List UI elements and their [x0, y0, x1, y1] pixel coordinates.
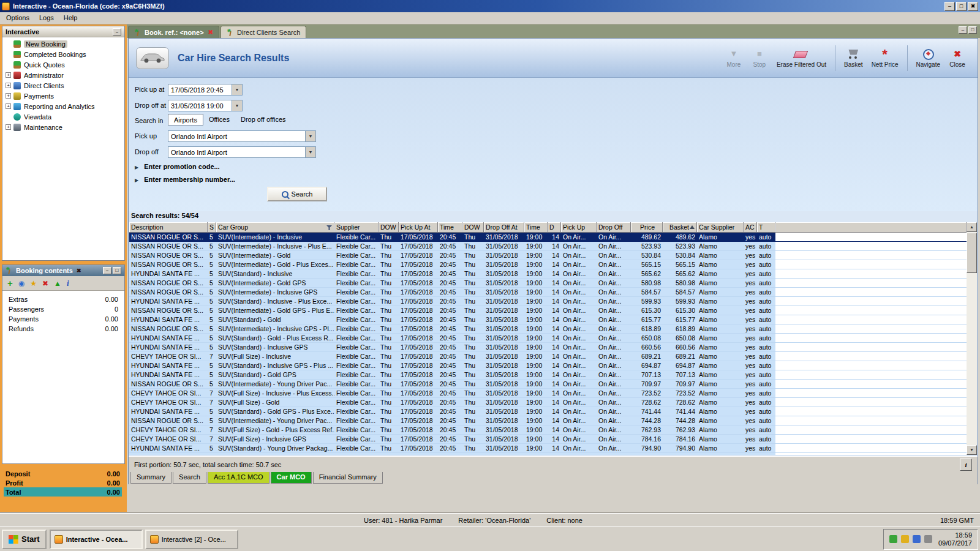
- column-header-pick-up-at-5[interactable]: Pick Up At: [399, 222, 438, 233]
- sidebar-item-new-booking[interactable]: New Booking: [2, 39, 124, 49]
- mdi-minimize-icon[interactable]: –: [959, 26, 967, 34]
- searchin-tab-offices[interactable]: Offices: [203, 114, 235, 126]
- scroll-up-icon[interactable]: ▲: [967, 222, 977, 232]
- dropdown-icon[interactable]: ▼: [305, 131, 315, 141]
- table-row[interactable]: HYUNDAI SANTA FE ...5SUV(Standard) - Gol…: [129, 334, 967, 343]
- dropoff-combo[interactable]: Orlando Intl Airport ▼: [168, 146, 316, 158]
- panel-collapse-icon[interactable]: –: [113, 28, 121, 36]
- dropdown-icon[interactable]: ▼: [305, 147, 315, 157]
- navigate-button[interactable]: Navigate: [912, 47, 944, 69]
- table-row[interactable]: HYUNDAI SANTA FE ...5SUV(Standard) - Inc…: [129, 297, 967, 306]
- bottom-tab-search[interactable]: Search: [173, 472, 206, 484]
- bottom-tab-financial-summary[interactable]: Financial Summary: [313, 472, 383, 484]
- table-row[interactable]: HYUNDAI SANTA FE ...5SUV(Standard) - Gol…: [129, 315, 967, 324]
- dropoff-at-field[interactable]: 31/05/2018 19:00 ▼: [168, 100, 243, 111]
- add-icon[interactable]: +: [7, 280, 13, 287]
- table-row[interactable]: HYUNDAI SANTA FE ...5SUV(Standard) - Inc…: [129, 343, 967, 352]
- column-header-supplier-3[interactable]: Supplier: [334, 222, 379, 233]
- sidebar-item-payments[interactable]: +Payments: [2, 91, 124, 101]
- table-row[interactable]: CHEVY TAHOE OR SI...7SUV(Full Size) - In…: [129, 435, 967, 444]
- tray-icon[interactable]: [913, 535, 921, 543]
- start-button[interactable]: Start: [2, 530, 47, 549]
- menu-help[interactable]: Help: [59, 12, 83, 24]
- mdi-restore-icon[interactable]: □: [968, 26, 977, 34]
- sidebar-item-reporting-and-analytics[interactable]: +Reporting and Analytics: [2, 101, 124, 111]
- table-row[interactable]: NISSAN ROGUE OR S...5SUV(Intermediate) -…: [129, 416, 967, 425]
- tray-icon[interactable]: [924, 535, 932, 543]
- tab-close-icon[interactable]: ✖: [208, 29, 213, 36]
- table-row[interactable]: NISSAN ROGUE OR S...5SUV(Intermediate) -…: [129, 260, 967, 269]
- scroll-thumb[interactable]: [967, 233, 977, 273]
- tree-expand-icon[interactable]: +: [6, 124, 11, 130]
- star-icon[interactable]: ★: [30, 280, 37, 287]
- filter-icon[interactable]: [326, 225, 332, 230]
- column-header-basket-14[interactable]: Basket: [663, 222, 697, 233]
- sidebar-item-completed-bookings[interactable]: Completed Bookings: [2, 49, 124, 59]
- tree-expand-icon[interactable]: +: [6, 72, 11, 78]
- tree-expand-icon[interactable]: +: [6, 83, 11, 88]
- table-row[interactable]: CHEVY TAHOE OR SI...7SUV(Full Size) - Go…: [129, 398, 967, 407]
- sidebar-item-direct-clients[interactable]: +Direct Clients: [2, 80, 124, 91]
- tree-expand-icon[interactable]: +: [6, 103, 11, 109]
- sidebar-item-maintenance[interactable]: +Maintenance: [2, 122, 124, 132]
- table-row[interactable]: NISSAN ROGUE OR S...5SUV(Intermediate) -…: [129, 242, 967, 251]
- table-row[interactable]: CHEVY TAHOE OR SI...7SUV(Full Size) - Go…: [129, 425, 967, 435]
- membership-number-expander[interactable]: ▶ Enter membership number...: [135, 176, 235, 183]
- sidebar-item-quick-quotes[interactable]: Quick Quotes: [2, 59, 124, 70]
- tree-expand-icon[interactable]: +: [6, 93, 11, 99]
- column-header-car-supplier-15[interactable]: Car Supplier: [697, 222, 744, 233]
- table-row[interactable]: HYUNDAI SANTA FE ...5SUV(Standard) - Gol…: [129, 370, 967, 380]
- table-row[interactable]: CHEVY TAHOE OR SI...7SUV(Full Size) - In…: [129, 352, 967, 361]
- table-row[interactable]: HYUNDAI SANTA FE ...5SUV(Standard) - You…: [129, 444, 967, 453]
- table-row[interactable]: NISSAN ROGUE OR S...5SUV(Intermediate) -…: [129, 233, 967, 242]
- close-button[interactable]: ✖Close: [944, 47, 970, 69]
- bottom-tab-car-mco[interactable]: Car MCO: [271, 472, 312, 484]
- bottom-tab-acc-1a-1c-mco[interactable]: Acc 1A,1C MCO: [208, 472, 270, 484]
- table-row[interactable]: NISSAN ROGUE OR S...5SUV(Intermediate) -…: [129, 306, 967, 315]
- info-icon[interactable]: i: [67, 280, 69, 287]
- info-button[interactable]: i: [960, 459, 972, 471]
- column-header-dow-4[interactable]: DOW: [379, 222, 399, 233]
- promotion-code-expander[interactable]: ▶ Enter promotion code...: [135, 163, 220, 170]
- column-header-time-6[interactable]: Time: [438, 222, 462, 233]
- column-header-description-0[interactable]: Description: [129, 222, 208, 233]
- column-header-drop-off-12[interactable]: Drop Off: [597, 222, 631, 233]
- vertical-scrollbar[interactable]: ▲ ▼: [967, 222, 977, 455]
- tab-direct-clients-search[interactable]: Direct Clients Search: [221, 26, 306, 38]
- booking-minimize-icon[interactable]: –: [103, 267, 111, 274]
- dropdown-icon[interactable]: ▼: [232, 100, 242, 111]
- minimize-button[interactable]: –: [944, 2, 955, 11]
- taskbar-button-2[interactable]: Interactive [2] - Oce...: [145, 530, 238, 549]
- sidebar-item-administrator[interactable]: +Administrator: [2, 70, 124, 80]
- table-row[interactable]: HYUNDAI SANTA FE ...5SUV(Standard) - Gol…: [129, 407, 967, 416]
- column-header-time-9[interactable]: Time: [524, 222, 548, 233]
- export-icon[interactable]: ▲: [54, 280, 61, 287]
- menu-logs[interactable]: Logs: [34, 12, 59, 24]
- table-row[interactable]: HYUNDAI SANTA FE ...5SUV(Standard) - Inc…: [129, 269, 967, 279]
- basket-button[interactable]: Basket: [840, 47, 867, 69]
- close-button[interactable]: ✖: [968, 2, 978, 11]
- column-header-t-17[interactable]: T: [757, 222, 775, 233]
- maximize-button[interactable]: □: [956, 2, 967, 11]
- column-header-dow-7[interactable]: DOW: [462, 222, 484, 233]
- tray-icon[interactable]: [889, 535, 897, 543]
- column-header-car-group-2[interactable]: Car Group: [216, 222, 334, 233]
- menu-options[interactable]: Options: [1, 12, 34, 24]
- pickup-combo[interactable]: Orlando Intl Airport ▼: [168, 130, 316, 142]
- scroll-down-icon[interactable]: ▼: [967, 445, 977, 455]
- table-row[interactable]: NISSAN ROGUE OR S...5SUV(Intermediate) -…: [129, 279, 967, 288]
- table-row[interactable]: NISSAN ROGUE OR S...5SUV(Intermediate) -…: [129, 288, 967, 297]
- searchin-tab-drop-off-offices[interactable]: Drop off offices: [235, 114, 292, 126]
- column-header-pick-up-11[interactable]: Pick Up: [561, 222, 597, 233]
- tray-icon[interactable]: [901, 535, 909, 543]
- table-row[interactable]: CHEVY TAHOE OR SI...7SUV(Full Size) - In…: [129, 453, 967, 455]
- search-button[interactable]: Search: [267, 187, 327, 201]
- tab-book-ref-none[interactable]: Book. ref.: <none>✖: [128, 26, 219, 38]
- bottom-tab-summary[interactable]: Summary: [130, 472, 172, 484]
- dropdown-icon[interactable]: ▼: [232, 84, 242, 95]
- searchin-tab-airports[interactable]: Airports: [168, 114, 203, 126]
- nett-price-button[interactable]: *Nett Price: [867, 47, 903, 69]
- table-row[interactable]: HYUNDAI SANTA FE ...5SUV(Standard) - Inc…: [129, 361, 967, 370]
- erase-filtered-out-button[interactable]: Erase Filtered Out: [772, 47, 831, 69]
- sidebar-item-viewdata[interactable]: Viewdata: [2, 111, 124, 122]
